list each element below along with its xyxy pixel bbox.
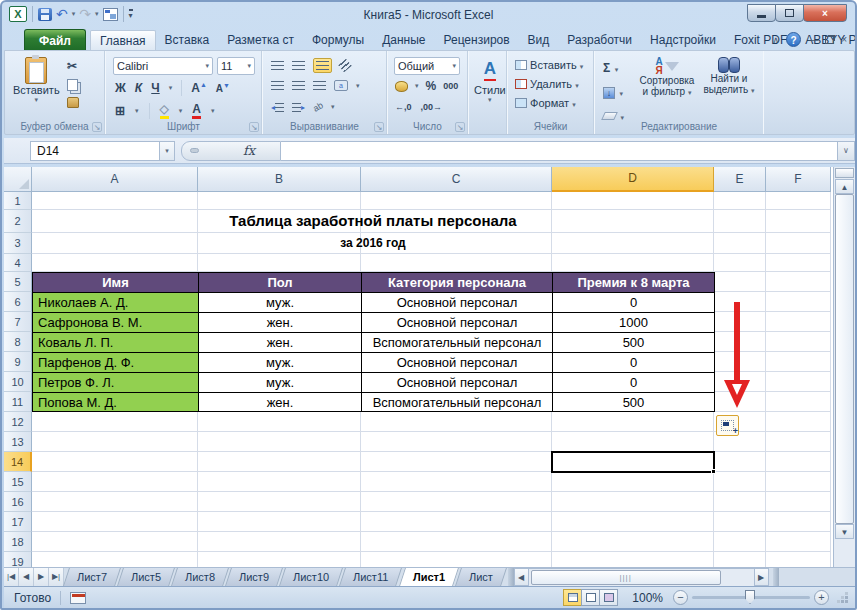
row-header-6[interactable]: 6: [4, 292, 32, 312]
increase-indent-icon[interactable]: ▸: [292, 103, 305, 112]
number-format-select[interactable]: Общий▾: [394, 57, 460, 75]
row-header-14[interactable]: 14: [4, 452, 32, 472]
table-header-cell[interactable]: Имя: [32, 272, 198, 292]
table-cell[interactable]: Основной персонал: [361, 372, 552, 392]
tab-file[interactable]: Файл: [24, 29, 86, 51]
workbook-minimize-icon[interactable]: —: [808, 34, 818, 46]
row-header-11[interactable]: 11: [4, 392, 32, 412]
font-family-select[interactable]: Calibri▾: [113, 57, 213, 75]
row-header-8[interactable]: 8: [4, 332, 32, 352]
fill-button[interactable]: ↓ ▾: [603, 82, 624, 100]
table-cell[interactable]: жен.: [198, 392, 361, 412]
currency-dropdown-icon[interactable]: ▾: [415, 82, 419, 90]
restore-button[interactable]: [775, 4, 804, 22]
zoom-slider-handle[interactable]: [745, 590, 755, 604]
align-bottom-icon[interactable]: [313, 58, 332, 73]
decrease-decimal-icon[interactable]: ,00→: [421, 102, 443, 112]
table-cell[interactable]: жен.: [198, 332, 361, 352]
select-all-corner[interactable]: [4, 167, 32, 192]
format-cells-button[interactable]: Формат ▾: [515, 97, 583, 109]
font-size-select[interactable]: 11▾: [217, 57, 255, 75]
sheet-tab-Лист8[interactable]: Лист8: [171, 568, 229, 586]
table-header-cell[interactable]: Премия к 8 марта: [552, 272, 715, 292]
prev-sheet-icon[interactable]: ◀: [19, 568, 34, 586]
align-right-icon[interactable]: [313, 81, 326, 90]
minimize-button[interactable]: [747, 4, 776, 22]
tab-разметка ст[interactable]: Разметка ст: [218, 30, 303, 51]
column-header-B[interactable]: B: [198, 167, 361, 192]
underline-dropdown-icon[interactable]: ▾: [169, 84, 173, 92]
column-header-C[interactable]: C: [361, 167, 552, 192]
horizontal-scrollbar[interactable]: ||||: [529, 568, 754, 586]
merge-dropdown-icon[interactable]: ▾: [356, 82, 360, 90]
tab-формулы[interactable]: Формулы: [303, 30, 373, 51]
row-header-2[interactable]: 2: [4, 210, 32, 233]
borders-button[interactable]: ⊞: [115, 104, 125, 118]
align-top-icon[interactable]: [271, 61, 284, 70]
find-select-button[interactable]: Найти ивыделить ▾: [699, 57, 759, 96]
table-cell[interactable]: 1000: [552, 312, 715, 332]
tab-вставка[interactable]: Вставка: [156, 30, 219, 51]
grid-area[interactable]: Таблица заработной платы персоналаза 201…: [32, 192, 833, 567]
row-header-5[interactable]: 5: [4, 272, 32, 292]
hscroll-right-icon[interactable]: ▶: [754, 568, 769, 586]
align-middle-icon[interactable]: [292, 61, 305, 70]
borders-dropdown-icon[interactable]: ▾: [135, 107, 139, 115]
table-cell[interactable]: жен.: [198, 312, 361, 332]
fill-handle[interactable]: [711, 469, 716, 474]
vertical-scrollbar[interactable]: ▲ ▼: [833, 167, 855, 567]
table-cell[interactable]: Парфенов Д. Ф.: [32, 352, 198, 372]
normal-view-button[interactable]: [563, 589, 582, 606]
row-header-4[interactable]: 4: [4, 254, 32, 272]
table-cell[interactable]: 500: [552, 332, 715, 352]
table-cell[interactable]: 0: [552, 292, 715, 312]
expand-formula-bar-icon[interactable]: ∨: [838, 141, 855, 161]
insert-cells-button[interactable]: Вставить ▾: [515, 59, 583, 71]
table-cell[interactable]: Попова М. Д.: [32, 392, 198, 412]
merge-center-icon[interactable]: a: [334, 80, 348, 91]
table-cell[interactable]: Петров Ф. Л.: [32, 372, 198, 392]
tab-данные[interactable]: Данные: [373, 30, 434, 51]
font-color-icon[interactable]: А: [192, 102, 201, 119]
table-cell[interactable]: Коваль Л. П.: [32, 332, 198, 352]
table-cell[interactable]: муж.: [198, 292, 361, 312]
table-cell[interactable]: муж.: [198, 352, 361, 372]
zoom-level[interactable]: 100%: [632, 591, 663, 605]
scroll-down-icon[interactable]: ▼: [835, 524, 854, 539]
currency-icon[interactable]: [395, 81, 408, 92]
table-cell[interactable]: Николаев А. Д.: [32, 292, 198, 312]
first-sheet-icon[interactable]: |◀: [4, 568, 19, 586]
record-macro-icon[interactable]: [70, 592, 86, 604]
paste-button[interactable]: Вставить▾: [13, 57, 60, 104]
underline-button[interactable]: Ч: [151, 81, 159, 95]
zoom-in-icon[interactable]: +: [814, 590, 829, 605]
font-color-dropdown-icon[interactable]: ▾: [211, 107, 215, 115]
tab-рецензиров[interactable]: Рецензиров: [434, 30, 518, 51]
page-layout-view-button[interactable]: [581, 589, 600, 606]
sheet-tab-Лист[interactable]: Лист: [455, 568, 507, 586]
align-center-icon[interactable]: [292, 81, 305, 90]
formula-input[interactable]: [281, 141, 838, 161]
row-header-12[interactable]: 12: [4, 412, 32, 432]
insert-function-icon[interactable]: [190, 148, 199, 153]
row-header-13[interactable]: 13: [4, 432, 32, 452]
vertical-scroll-thumb[interactable]: [835, 194, 854, 524]
scrollbar-resize-handle[interactable]: [773, 568, 779, 586]
table-header-cell[interactable]: Пол: [198, 272, 361, 292]
workbook-restore-icon[interactable]: [825, 36, 834, 44]
next-sheet-icon[interactable]: ▶: [34, 568, 49, 586]
zoom-out-icon[interactable]: −: [673, 590, 688, 605]
column-header-F[interactable]: F: [766, 167, 831, 192]
tab-надстройки[interactable]: Надстройки: [641, 30, 725, 51]
fill-color-icon[interactable]: ◇: [160, 102, 169, 119]
align-left-icon[interactable]: [271, 81, 284, 90]
table-cell[interactable]: Основной персонал: [361, 312, 552, 332]
table-cell[interactable]: Основной персонал: [361, 352, 552, 372]
sheet-tab-Лист5[interactable]: Лист5: [117, 568, 175, 586]
italic-button[interactable]: К: [135, 81, 142, 95]
grow-font-button[interactable]: А▲: [191, 81, 207, 95]
page-break-view-button[interactable]: [599, 589, 618, 606]
row-header-3[interactable]: 3: [4, 233, 32, 254]
table-cell[interactable]: 500: [552, 392, 715, 412]
row-header-10[interactable]: 10: [4, 372, 32, 392]
